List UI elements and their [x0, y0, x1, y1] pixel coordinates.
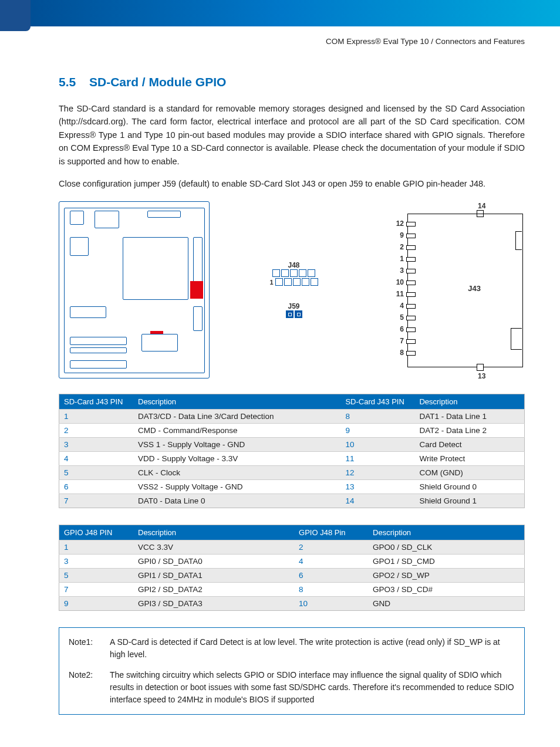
j43-pin-label: 5 [386, 313, 404, 322]
pin-cell: 9 [59, 596, 134, 610]
content-area: 5.5SD-Card / Module GPIO The SD-Card sta… [0, 46, 560, 738]
red-highlight-main [190, 281, 203, 299]
pin-cell: 1 [59, 540, 134, 554]
red-highlight-small [150, 331, 163, 334]
desc-cell: GPO3 / SD_CD# [368, 582, 524, 596]
table-row: 1VCC 3.3V2GPO0 / SD_CLK [59, 540, 525, 554]
note-text: The switching circuitry which selects GP… [110, 669, 515, 706]
section-number: 5.5 [59, 75, 89, 89]
j59-block: J59 [286, 302, 302, 318]
j43-pin-label: 4 [386, 302, 404, 310]
pin-cell: 7 [59, 582, 134, 596]
desc-cell: GND [368, 596, 524, 610]
note-text: A SD-Card is detected if Card Detect is … [110, 636, 515, 661]
j43-pin-label: 10 [386, 278, 404, 286]
j48-block: J48 1 [269, 261, 318, 286]
table-header: GPIO J48 Pin [294, 525, 368, 540]
desc-cell: COM (GND) [414, 465, 524, 479]
desc-cell: Shield Ground 1 [414, 494, 524, 508]
section-heading: 5.5SD-Card / Module GPIO [59, 75, 525, 89]
table-row: 7DAT0 - Data Line 014Shield Ground 1 [59, 494, 525, 508]
notes-box: Note1:A SD-Card is detected if Card Dete… [59, 627, 525, 715]
paragraph-1: The SD-Card standard is a standard for r… [59, 102, 525, 168]
j43-pin-label: 3 [386, 266, 404, 275]
pin1-label: 1 [269, 279, 273, 286]
j43-pin-label: 11 [386, 290, 404, 298]
pin-cell: 12 [340, 465, 414, 479]
pin-cell: 5 [59, 465, 134, 479]
table-row: 7GPI2 / SD_DATA28GPO3 / SD_CD# [59, 582, 525, 596]
desc-cell: CLK - Clock [133, 465, 340, 479]
middle-diagrams: J48 1 J59 [241, 261, 347, 318]
j43-pin-label: 1 [386, 255, 404, 263]
desc-cell: VSS 1 - Supply Voltage - GND [133, 437, 340, 451]
note-label: Note1: [69, 636, 110, 661]
table-row: 3GPI0 / SD_DATA04GPO1 / SD_CMD [59, 554, 525, 568]
table-row: 9GPI3 / SD_DATA310GND [59, 596, 525, 610]
desc-cell: VDD - Supply Voltage - 3.3V [133, 451, 340, 465]
figures-row: J48 1 J59 14 J43 129213101145678 13 [59, 201, 525, 378]
desc-cell: GPO2 / SD_WP [368, 568, 524, 582]
pin-cell: 10 [340, 437, 414, 451]
pin-cell: 6 [294, 568, 368, 582]
pin-cell: 1 [59, 409, 134, 423]
desc-cell: GPI0 / SD_DATA0 [133, 554, 294, 568]
j43-pin-label: 8 [386, 349, 404, 357]
j59-label: J59 [286, 302, 302, 310]
note-row: Note1:A SD-Card is detected if Card Dete… [69, 636, 515, 661]
header-band [0, 0, 560, 26]
paragraph-2: Close configuration jumper J59 (default)… [59, 177, 525, 190]
pin-cell: 2 [294, 540, 368, 554]
table-header: SD-Card J43 PIN [59, 394, 134, 409]
table-row: 6VSS2 - Supply Voltage - GND13Shield Gro… [59, 479, 525, 494]
table-row: 5CLK - Clock12COM (GND) [59, 465, 525, 479]
pin-cell: 8 [340, 409, 414, 423]
desc-cell: GPI3 / SD_DATA3 [133, 596, 294, 610]
j43-label: J43 [468, 284, 481, 293]
pin-cell: 11 [340, 451, 414, 465]
table-row: 4VDD - Supply Voltage - 3.3V11Write Prot… [59, 451, 525, 465]
pin-cell: 7 [59, 494, 134, 508]
table-header: Description [133, 525, 294, 540]
table-header: Description [133, 394, 340, 409]
pin-cell: 13 [340, 479, 414, 494]
table-header: SD-Card J43 PIN [340, 394, 414, 409]
pin-cell: 8 [294, 582, 368, 596]
j43-diagram: 14 J43 129213101145678 13 [378, 202, 525, 378]
desc-cell: DAT0 - Data Line 0 [133, 494, 340, 508]
desc-cell: DAT1 - Data Line 1 [414, 409, 524, 423]
j43-pin-label: 6 [386, 325, 404, 333]
desc-cell: CMD - Command/Response [133, 423, 340, 437]
desc-cell: VSS2 - Supply Voltage - GND [133, 479, 340, 494]
pin-cell: 2 [59, 423, 134, 437]
j43-pin-label: 9 [386, 231, 404, 239]
table-row: 2CMD - Command/Response9DAT2 - Data Line… [59, 423, 525, 437]
desc-cell: Card Detect [414, 437, 524, 451]
pin-cell: 14 [340, 494, 414, 508]
desc-cell: Write Protect [414, 451, 524, 465]
table-header: Description [368, 525, 524, 540]
pin-cell: 4 [59, 451, 134, 465]
j43-pin-label: 2 [386, 243, 404, 251]
desc-cell: GPI1 / SD_DATA1 [133, 568, 294, 582]
desc-cell: GPI2 / SD_DATA2 [133, 582, 294, 596]
pin-cell: 3 [59, 437, 134, 451]
desc-cell: VCC 3.3V [133, 540, 294, 554]
pin-cell: 6 [59, 479, 134, 494]
j43-pin14-label: 14 [478, 202, 485, 210]
table-header: Description [414, 394, 524, 409]
board-diagram [59, 201, 210, 378]
desc-cell: Shield Ground 0 [414, 479, 524, 494]
note-row: Note2:The switching circuitry which sele… [69, 669, 515, 706]
table-row: 5GPI1 / SD_DATA16GPO2 / SD_WP [59, 568, 525, 582]
j43-pin-label: 7 [386, 337, 404, 345]
pin-cell: 10 [294, 596, 368, 610]
j59-jumper [286, 310, 302, 318]
table-j43: SD-Card J43 PINDescriptionSD-Card J43 PI… [59, 394, 525, 508]
table-row: 3VSS 1 - Supply Voltage - GND10Card Dete… [59, 437, 525, 451]
section-title: SD-Card / Module GPIO [89, 75, 226, 89]
table-row: 1DAT3/CD - Data Line 3/Card Detection8DA… [59, 409, 525, 423]
j43-pin13-label: 13 [478, 372, 485, 380]
desc-cell: DAT3/CD - Data Line 3/Card Detection [133, 409, 340, 423]
desc-cell: GPO0 / SD_CLK [368, 540, 524, 554]
